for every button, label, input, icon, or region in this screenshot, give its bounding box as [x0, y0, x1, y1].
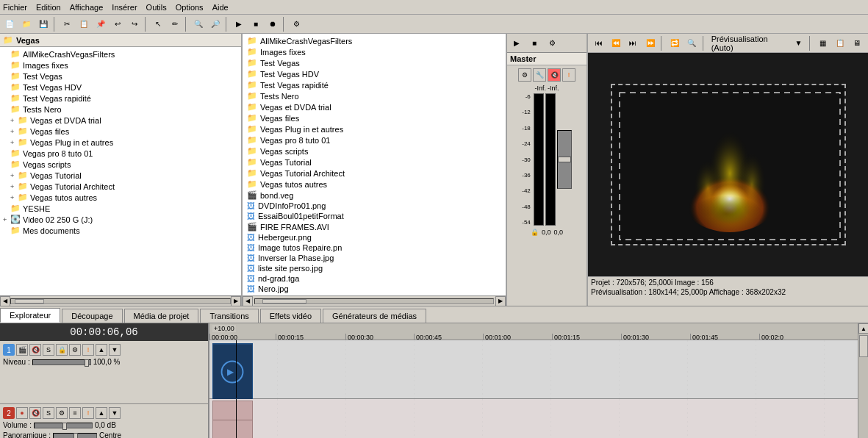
track1-expand[interactable]: ⚙	[69, 344, 81, 356]
menu-outils[interactable]: Outils	[146, 3, 167, 12]
track2-vol-thumb[interactable]	[62, 423, 67, 430]
tree-item-drive-j[interactable]: +💽Video 02 250 G (J:)	[1, 214, 240, 225]
hscroll-track[interactable]	[10, 298, 231, 304]
tree-item-vegas-plugin[interactable]: +📁Vegas Plug in et autres	[1, 137, 240, 148]
track2-down[interactable]: ▼	[109, 407, 121, 419]
file-folder-vegas-dvda[interactable]: 📁Vegas et DVDA trial	[244, 101, 504, 112]
save-btn[interactable]: 💾	[35, 16, 51, 32]
tree-item-yeshe[interactable]: 📁YESHE	[1, 203, 240, 214]
file-folder-allmikecrash[interactable]: 📁AllMikeCrashVegasFilters	[244, 35, 504, 46]
tab-decoupage[interactable]: Découpage	[62, 309, 122, 323]
tree-item-vegas-dvda[interactable]: +📁Vegas et DVDA trial	[1, 115, 240, 126]
render-btn[interactable]: ▶	[231, 16, 247, 32]
tab-explorateur[interactable]: Explorateur	[0, 308, 60, 323]
video-clip-1[interactable]: ▶	[212, 343, 253, 401]
track2-icon1[interactable]: ●	[16, 407, 28, 419]
vscroll-thumb[interactable]	[859, 335, 868, 357]
track2-arm[interactable]: ⚙	[56, 407, 68, 419]
file-essaiboul[interactable]: 🖼EssaiBoul01petitFormat	[244, 211, 504, 221]
file-image-tutos[interactable]: 🖼Image tutos Repaire.pn	[244, 243, 504, 253]
vscroll-up[interactable]: ▲	[858, 323, 868, 334]
cut-btn[interactable]: ✂	[59, 16, 75, 32]
vscroll-track[interactable]	[858, 334, 868, 438]
track2-vol-slider[interactable]	[34, 423, 93, 428]
file-nero[interactable]: 🖼Nero.jpg	[244, 284, 504, 294]
file-folder-test-vegas[interactable]: 📁Test Vegas	[244, 57, 504, 68]
file-folder-vegas-tutorial[interactable]: 📁Vegas Tutorial	[244, 157, 504, 168]
track1-mute[interactable]: 🔇	[29, 344, 41, 356]
file-folder-vegas-files[interactable]: 📁Vegas files	[244, 112, 504, 123]
scroll-left-btn[interactable]: ◀	[0, 296, 10, 306]
track1-up[interactable]: ▲	[96, 344, 107, 356]
menu-inserer[interactable]: Insérer	[112, 3, 137, 12]
track2-up[interactable]: ▲	[96, 407, 107, 419]
tree-item-vegas-files[interactable]: +📁Vegas files	[1, 126, 240, 137]
track1-down[interactable]: ▼	[109, 344, 121, 356]
file-folder-vegas-plugin[interactable]: 📁Vegas Plug in et autres	[244, 123, 504, 134]
file-fire-frames[interactable]: 🎬FIRE FRAMES.AVI	[244, 221, 504, 232]
track2-pan-slider[interactable]	[53, 433, 97, 439]
tree-area[interactable]: 📁AllMikeCrashVegasFilters 📁Images fixes …	[0, 47, 241, 295]
track2-pan-thumb[interactable]	[73, 433, 78, 439]
fader-thumb[interactable]	[558, 157, 571, 162]
record-btn[interactable]: ⏺	[265, 16, 281, 32]
file-hebergeur[interactable]: 🖼Hebergeur.png	[244, 232, 504, 243]
audio-clip-1[interactable]	[212, 401, 253, 438]
zoom-out-btn[interactable]: 🔎	[207, 16, 223, 32]
timeline-vscroll[interactable]: ▲ ▼	[858, 323, 868, 438]
hscroll-left[interactable]: ◀	[243, 296, 253, 306]
tree-item-test-vegas[interactable]: 📁Test Vegas	[1, 71, 240, 82]
file-liste-site[interactable]: 🖼liste site perso.jpg	[244, 263, 504, 273]
tree-item-test-vegas-rapidite[interactable]: 📁Test Vegas rapidité	[1, 93, 240, 104]
file-folder-vegas-pro8[interactable]: 📁Vegas pro 8 tuto 01	[244, 134, 504, 146]
tree-item-vegas-scripts[interactable]: 📁Vegas scripts	[1, 159, 240, 170]
tree-item-vegas-tutorial-arch[interactable]: +📁Vegas Tutorial Architect	[1, 181, 240, 192]
select-btn[interactable]: ↖	[150, 16, 166, 32]
file-folder-test-vegas-rapidite[interactable]: 📁Test Vegas rapidité	[244, 79, 504, 90]
prev-zoom-btn[interactable]: 🔍	[684, 35, 699, 51]
tree-item-allmikecrash[interactable]: 📁AllMikeCrashVegasFilters	[1, 49, 240, 60]
meter-reset-btn[interactable]: 🔧	[533, 68, 546, 82]
track1-lock[interactable]: 🔒	[56, 344, 68, 356]
menu-edition[interactable]: Edition	[36, 3, 61, 12]
file-list-hscroll[interactable]: ◀ ▶	[243, 295, 506, 306]
prev-prev-btn[interactable]: ⏮	[591, 35, 606, 51]
file-dvdinfopro[interactable]: 🖼DVDInfoPro01.png	[244, 201, 504, 211]
prev-fwd-btn[interactable]: ⏩	[642, 35, 658, 51]
hscroll-thumb[interactable]	[262, 299, 306, 304]
track1-solo[interactable]: S	[43, 344, 54, 356]
hscroll-right[interactable]: ▶	[495, 296, 506, 306]
file-folder-images-fixes[interactable]: 📁Images fixes	[244, 46, 504, 57]
redo-btn[interactable]: ↪	[126, 16, 143, 32]
master-play-btn[interactable]: ▶	[509, 35, 525, 51]
track2-expand[interactable]: ≡	[69, 407, 81, 419]
stop-btn[interactable]: ■	[248, 16, 264, 32]
open-btn[interactable]: 📁	[18, 16, 35, 32]
new-btn[interactable]: 📄	[1, 16, 18, 32]
prev-loop-btn[interactable]: 🔁	[667, 35, 682, 51]
menu-aide[interactable]: Aide	[212, 3, 229, 12]
tab-effets-video[interactable]: Effets vidéo	[260, 309, 321, 323]
tree-item-vegas-tutorial[interactable]: +📁Vegas Tutorial	[1, 170, 240, 181]
scroll-right-btn[interactable]: ▶	[231, 296, 241, 306]
audio-track-lane[interactable]	[209, 399, 858, 438]
zoom-in-btn[interactable]: 🔍	[190, 16, 207, 32]
track1-level-slider[interactable]	[32, 359, 91, 365]
file-folder-test-vegas-hdv[interactable]: 📁Test Vegas HDV	[244, 68, 504, 79]
track2-solo[interactable]: S	[43, 407, 54, 419]
file-folder-vegas-scripts[interactable]: 📁Vegas scripts	[244, 146, 504, 157]
prev-play-btn[interactable]: ⏭	[625, 35, 641, 51]
prev-ext-btn[interactable]: 🖥	[850, 35, 865, 51]
file-inverser[interactable]: 🖼Inverser la Phase.jpg	[244, 253, 504, 263]
master-stop-btn[interactable]: ■	[526, 35, 542, 51]
menu-fichier[interactable]: Fichier	[3, 3, 27, 12]
tab-generateurs[interactable]: Générateurs de médias	[323, 309, 426, 323]
tree-item-vegas-tutos[interactable]: +📁Vegas tutos autres	[1, 192, 240, 203]
copy-btn[interactable]: 📋	[76, 16, 92, 32]
hscroll-thumb[interactable]	[15, 299, 44, 304]
meter-gear-btn[interactable]: ⚙	[518, 68, 531, 82]
edit-btn[interactable]: ✏	[167, 16, 183, 32]
tree-item-vegas-pro8[interactable]: 📁Vegas pro 8 tuto 01	[1, 148, 240, 159]
file-list[interactable]: 📁AllMikeCrashVegasFilters 📁Images fixes …	[243, 34, 506, 295]
paste-btn[interactable]: 📌	[93, 16, 109, 32]
